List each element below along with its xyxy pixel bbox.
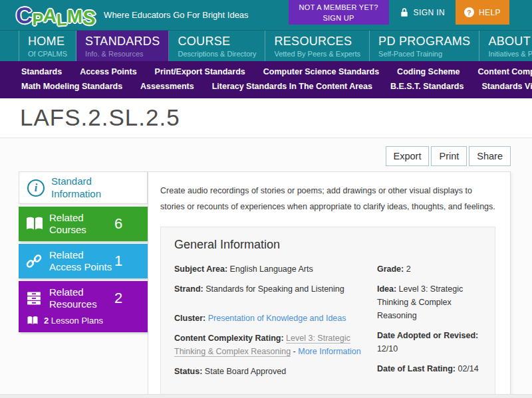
tab-subtitle: Info. & Resources: [85, 50, 160, 58]
general-info-right-column: Grade: 2 Idea: Level 3: Strategic Thinki…: [377, 262, 481, 385]
date-adopted-row: Date Adopted or Revised: 12/10: [377, 329, 481, 355]
lesson-plans-link[interactable]: 2 Lesson Plans: [19, 316, 148, 332]
subnav-standards[interactable]: Standards: [21, 67, 62, 76]
info-icon: i: [27, 179, 45, 197]
tagline: Where Educators Go For Bright Ideas: [104, 10, 248, 20]
main-nav: HOME Of CPALMS STANDARDS Info. & Resourc…: [0, 31, 532, 61]
standard-description: Create audio recordings of stories or po…: [160, 183, 495, 215]
tab-label: ABOUT CPALMS: [488, 35, 532, 49]
tab-resources[interactable]: RESOURCES Vetted By Peers & Experts: [265, 31, 370, 61]
open-book-icon: [25, 216, 45, 232]
tab-label: STANDARDS: [85, 35, 160, 49]
tab-subtitle: Initiatives & Partnerships: [488, 50, 532, 58]
sign-up-label: SIGN UP: [299, 14, 378, 22]
strand-row: Strand: Standards for Speaking and Liste…: [174, 282, 366, 296]
drawers-icon: [25, 290, 45, 306]
logo-letter: S: [82, 7, 97, 29]
lesson-plans-text: 2 Lesson Plans: [44, 316, 103, 326]
status-row: Status: State Board Approved: [174, 365, 366, 378]
question-icon: ?: [464, 7, 474, 17]
page: C P A L M S Where Educators Go For Brigh…: [0, 0, 532, 398]
logo-letter: P: [33, 11, 44, 28]
lock-icon: [400, 7, 409, 18]
subnav-standards-viewer-app[interactable]: Standards Viewer App: [481, 82, 532, 91]
tab-label: HOME: [28, 35, 67, 49]
link-chain-icon: [25, 253, 45, 269]
related-resources-count: 2: [114, 290, 122, 307]
tab-standards[interactable]: STANDARDS Info. & Resources: [76, 25, 169, 61]
general-info-left-column: Subject Area: English Language Arts Stra…: [174, 262, 377, 385]
cluster-row: Cluster: Presentation of Knowledge and I…: [174, 312, 366, 325]
header-actions: NOT A MEMBER YET? SIGN UP SIGN IN ? HELP: [289, 0, 509, 25]
help-label: HELP: [479, 8, 501, 17]
subnav-best-standards[interactable]: B.E.S.T. Standards: [390, 82, 464, 91]
help-button[interactable]: ? HELP: [456, 0, 509, 25]
subnav-row-2: Math Modeling Standards Assessments Lite…: [21, 79, 532, 94]
sidebar-item-label: Related Courses: [45, 212, 114, 236]
tab-subtitle: Descriptions & Directory: [178, 50, 256, 58]
print-button[interactable]: Print: [431, 146, 467, 166]
top-header: C P A L M S Where Educators Go For Brigh…: [0, 0, 532, 31]
tab-subtitle: Of CPALMS: [28, 50, 67, 58]
sidebar-item-related-resources[interactable]: Related Resources 2 2 Lesson Plans: [19, 281, 148, 332]
cpalms-logo[interactable]: C P A L M S: [16, 4, 96, 27]
standards-subnav: Standards Access Points Print/Export Sta…: [0, 61, 532, 98]
sidebar-item-label: Related Access Points: [45, 249, 114, 273]
subnav-content-complexity-rating[interactable]: Content Complexity Rating: [478, 67, 532, 76]
page-title: LAFS.2.SL.2.5: [20, 104, 532, 131]
tab-subtitle: Self-Paced Training: [378, 50, 470, 58]
content-area: Export Print Share i Standard Informatio…: [0, 138, 532, 398]
tab-home[interactable]: HOME Of CPALMS: [19, 31, 76, 61]
tab-label: PD PROGRAMS: [378, 35, 470, 49]
tab-label: COURSE: [178, 35, 256, 49]
tab-label: RESOURCES: [274, 35, 360, 49]
member-question: NOT A MEMBER YET?: [299, 3, 378, 11]
tab-pd-programs[interactable]: PD PROGRAMS Self-Paced Training: [370, 31, 479, 61]
standard-information-label: Standard Information: [51, 175, 120, 201]
export-button[interactable]: Export: [386, 146, 430, 166]
sign-up-button[interactable]: NOT A MEMBER YET? SIGN UP: [289, 0, 389, 25]
tab-about-cpalms[interactable]: ABOUT CPALMS Initiatives & Partnerships: [479, 31, 532, 61]
subnav-coding-scheme[interactable]: Coding Scheme: [397, 67, 460, 76]
related-courses-count: 6: [114, 215, 122, 233]
footer-strip: [0, 394, 532, 398]
content-layout: i Standard Information Related Courses 6: [19, 171, 511, 398]
sidebar-item-label: Related Resources: [45, 286, 114, 310]
logo-letter: A: [43, 6, 58, 25]
tab-course[interactable]: COURSE Descriptions & Directory: [169, 31, 265, 61]
subnav-literacy-standards[interactable]: Literacy Standards In The Content Areas: [212, 82, 372, 91]
grade-row: Grade: 2: [377, 262, 481, 276]
date-last-rating-row: Date of Last Rating: 02/14: [377, 362, 481, 375]
subject-area-row: Subject Area: English Language Arts: [174, 262, 366, 276]
standard-detail-panel: Create audio recordings of stories or po…: [148, 171, 511, 398]
sidebar: i Standard Information Related Courses 6: [19, 171, 148, 332]
sign-in-label: SIGN IN: [414, 8, 445, 17]
content-complexity-rating-row: Content Complexity Rating: Level 3: Stra…: [174, 332, 366, 358]
tab-subtitle: Vetted By Peers & Experts: [274, 50, 360, 58]
page-actions: Export Print Share: [19, 138, 511, 166]
share-button[interactable]: Share: [469, 146, 511, 166]
subnav-access-points[interactable]: Access Points: [80, 67, 136, 76]
logo-letter: C: [15, 3, 33, 27]
logo-letter: L: [57, 11, 68, 28]
sign-in-button[interactable]: SIGN IN: [389, 0, 456, 25]
logo-letter: M: [67, 7, 82, 26]
subnav-assessments[interactable]: Assessments: [140, 82, 194, 91]
subnav-computer-science-standards[interactable]: Computer Science Standards: [263, 67, 379, 76]
subnav-math-modeling-standards[interactable]: Math Modeling Standards: [21, 82, 122, 91]
small-book-icon: [27, 316, 39, 326]
idea-row: Idea: Level 3: Strategic Thinking & Comp…: [377, 282, 481, 322]
sidebar-item-standard-information[interactable]: i Standard Information: [19, 171, 148, 204]
sidebar-item-related-access-points[interactable]: Related Access Points 1: [19, 244, 148, 278]
title-area: LAFS.2.SL.2.5: [0, 98, 532, 138]
subnav-print-export-standards[interactable]: Print/Export Standards: [155, 67, 245, 76]
sidebar-item-related-courses[interactable]: Related Courses 6: [19, 207, 148, 241]
cluster-link[interactable]: Presentation of Knowledge and Ideas: [208, 314, 346, 323]
related-access-points-count: 1: [114, 252, 122, 270]
subnav-row-1: Standards Access Points Print/Export Sta…: [21, 64, 532, 79]
general-information-heading: General Information: [174, 238, 481, 252]
general-information-section: General Information Subject Area: Englis…: [160, 227, 495, 395]
more-information-link[interactable]: More Information: [298, 347, 360, 356]
